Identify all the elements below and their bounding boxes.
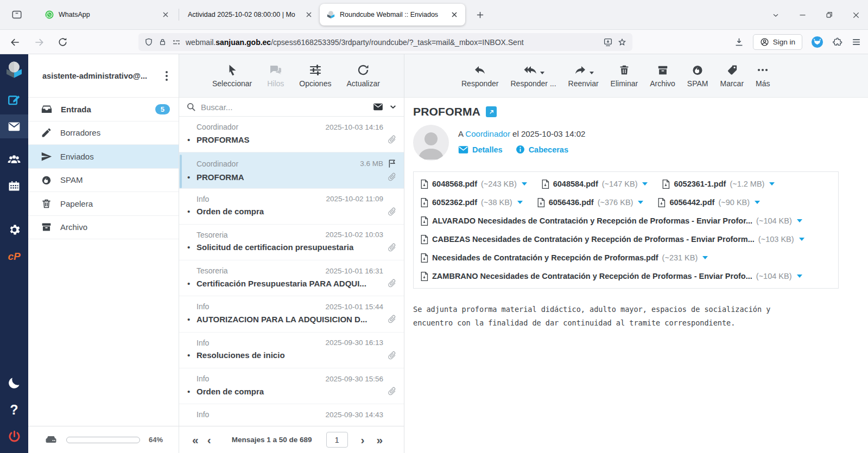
reply-button[interactable]: Responder [457, 63, 504, 88]
attachment[interactable]: ALVARADO Necesidades de Contratación y R… [420, 212, 802, 230]
attachment[interactable]: 6056442.pdf (~90 KB) [657, 193, 760, 212]
calendar-icon[interactable] [8, 180, 21, 193]
sign-in-button[interactable]: Sign in [753, 34, 802, 50]
forward-icon[interactable] [34, 37, 45, 48]
reload-icon[interactable] [58, 37, 68, 47]
folder-spam[interactable]: SPAM [28, 169, 179, 193]
last-page-button[interactable]: » [372, 434, 388, 445]
select-button[interactable]: Seleccionar [207, 63, 257, 88]
attachment[interactable]: 6048568.pdf (~243 KB) [420, 175, 527, 193]
logout-power-icon[interactable] [7, 430, 22, 444]
tab-list-chevron-icon[interactable] [771, 11, 780, 20]
attachment-name: Necesidades de Contratación y Recepción … [432, 253, 658, 262]
menu-hamburger-icon[interactable] [851, 37, 861, 47]
attachment-menu-caret-icon[interactable] [522, 182, 527, 186]
details-toggle[interactable]: Detalles [458, 145, 503, 154]
folder-papelera[interactable]: Papelera [28, 192, 179, 216]
message-list-item[interactable]: Info 2025-09-30 15:56 • Orden de compra [179, 368, 404, 404]
message-list-item[interactable]: Coordinador 3.6 MB • PROFORMA [179, 152, 404, 188]
attachment-menu-caret-icon[interactable] [517, 201, 523, 204]
message-list-item[interactable]: Info 2025-10-01 15:44 • AUTORIZACION PAR… [179, 296, 404, 332]
attachment-menu-caret-icon[interactable] [799, 238, 804, 241]
tab-close-icon[interactable] [305, 10, 313, 19]
downloads-icon[interactable] [734, 37, 744, 47]
attachment-menu-caret-icon[interactable] [797, 275, 802, 278]
attachment-menu-caret-icon[interactable] [702, 256, 708, 259]
compose-icon[interactable] [7, 93, 21, 107]
attachment[interactable]: CABEZAS Necesidades de Contratación y Re… [420, 230, 804, 248]
folder-archivo[interactable]: Archivo [28, 216, 179, 240]
folder-entrada[interactable]: Entrada 5 [28, 98, 179, 122]
kebab-menu-icon[interactable] [161, 69, 172, 83]
attachment[interactable]: 6052361-1.pdf (~1.2 MB) [662, 175, 775, 193]
back-icon[interactable] [10, 37, 21, 48]
threads-button[interactable]: Hilos [262, 63, 289, 88]
message-list-item[interactable]: Tesoreria 2025-10-01 16:31 • Certificaci… [179, 260, 404, 296]
contacts-icon[interactable] [7, 152, 22, 165]
shield-icon[interactable] [144, 37, 154, 47]
recipient-link[interactable]: Coordinador [465, 129, 510, 138]
first-page-button[interactable]: « [188, 434, 203, 445]
message-list-item[interactable]: Info 2025-09-30 14:43 [179, 404, 404, 426]
search-input[interactable] [201, 103, 368, 112]
forward-caret-icon[interactable] [590, 72, 594, 74]
message-list-item[interactable]: Tesoreria 2025-10-02 10:03 • Solicitud d… [179, 225, 404, 260]
tab-roundcube-active[interactable]: Roundcube Webmail :: Enviados [320, 4, 465, 25]
delete-button[interactable]: Eliminar [606, 63, 643, 88]
new-tab-button[interactable] [473, 8, 487, 22]
url-text[interactable]: webmail.sanjuan.gob.ec/cpsess6168253395/… [186, 38, 599, 47]
archive-button[interactable]: Archivo [645, 63, 680, 88]
attachment-menu-caret-icon[interactable] [642, 182, 648, 186]
headers-toggle[interactable]: Cabeceras [516, 145, 568, 154]
search-options-chevron-icon[interactable] [389, 103, 397, 111]
minimize-icon[interactable] [799, 11, 807, 19]
firefox-view-icon[interactable] [8, 5, 26, 24]
message-list-item[interactable]: Coordinador 2025-10-03 14:16 • PROFORMAS [179, 117, 404, 152]
forward-button[interactable]: Reenviar [563, 63, 604, 88]
reply-all-button[interactable]: Responder ... [506, 63, 561, 88]
attachment[interactable]: 6056436.pdf (~376 KB) [537, 193, 644, 212]
tab-whatsapp[interactable]: WhatsApp [38, 4, 176, 25]
folder-enviados[interactable]: Enviados [28, 145, 179, 169]
permissions-icon[interactable] [172, 37, 181, 47]
spam-button[interactable]: SPAM [682, 63, 713, 88]
extensions-puzzle-icon[interactable] [832, 37, 842, 47]
attachment[interactable]: 6048584.pdf (~147 KB) [541, 175, 648, 193]
reply-all-caret-icon[interactable] [540, 72, 544, 74]
url-bar[interactable]: webmail.sanjuan.gob.ec/cpsess6168253395/… [138, 33, 632, 51]
dark-mode-moon-icon[interactable] [7, 376, 21, 390]
profile-avatar-icon[interactable] [811, 36, 823, 48]
tab-close-icon[interactable] [161, 10, 170, 19]
search-scope-envelope-icon[interactable] [372, 101, 384, 112]
lock-icon[interactable] [158, 37, 167, 47]
attachment-menu-caret-icon[interactable] [797, 219, 802, 222]
attachment-menu-caret-icon[interactable] [755, 201, 760, 204]
close-icon[interactable] [852, 11, 860, 20]
next-page-button[interactable]: › [357, 434, 369, 445]
tab-actividad[interactable]: Actividad 2025-10-02 08:00:00 | Mo [181, 4, 320, 25]
attachment-menu-caret-icon[interactable] [638, 201, 643, 204]
mail-nav-icon-selected[interactable] [0, 114, 28, 138]
help-icon[interactable]: ? [10, 402, 18, 418]
refresh-button[interactable]: Actualizar [341, 63, 384, 88]
restore-icon[interactable] [825, 11, 833, 19]
page-number-input[interactable] [326, 432, 348, 448]
settings-gear-icon[interactable] [8, 223, 21, 237]
tab-close-icon[interactable] [450, 10, 459, 19]
bookmark-star-icon[interactable] [617, 37, 627, 47]
open-in-new-window-icon[interactable] [486, 106, 497, 117]
attachment-menu-caret-icon[interactable] [769, 182, 775, 186]
attachment[interactable]: Necesidades de Contratación y Recepción … [420, 248, 708, 267]
prev-page-button[interactable]: ‹ [203, 434, 216, 445]
folder-borradores[interactable]: Borradores [28, 122, 179, 145]
more-button[interactable]: Más [751, 63, 775, 88]
message-list-item[interactable]: Info 2025-09-30 16:13 • Resoluciones de … [179, 333, 404, 368]
attachment[interactable]: ZAMBRANO Necesidades de Contratación y R… [420, 267, 802, 285]
message-list-item[interactable]: Info 2025-10-02 11:09 • Orden de compra [179, 189, 404, 225]
cpanel-logo-icon[interactable]: cP [8, 251, 20, 263]
attachment[interactable]: 6052362.pdf (~38 KB) [420, 193, 523, 212]
scrollbar-thumb[interactable] [180, 155, 182, 188]
save-page-icon[interactable] [603, 37, 613, 47]
options-button[interactable]: Opciones [294, 63, 336, 88]
mark-button[interactable]: Marcar [715, 63, 749, 88]
